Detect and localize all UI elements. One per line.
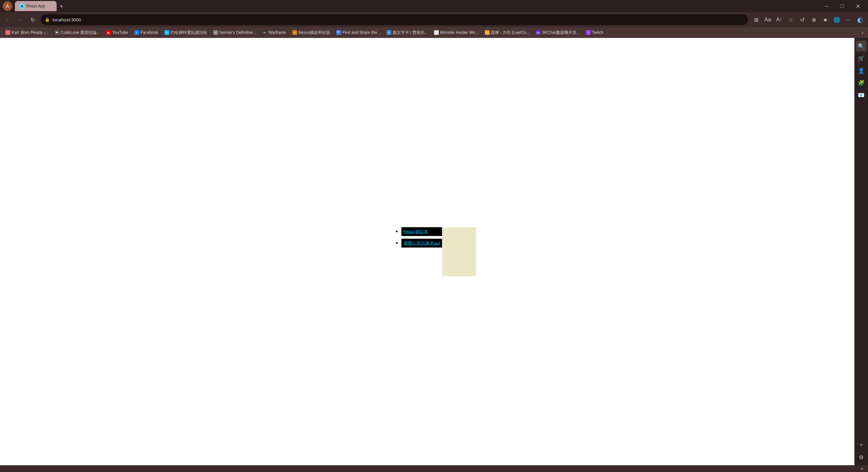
bookmark-facebook[interactable]: f Facebook	[132, 29, 161, 36]
status-settings-button[interactable]: ⚙	[859, 465, 865, 472]
bookmark-label-bahamut: 巴哈姆特電玩資訊站	[171, 30, 207, 36]
bookmark-label-nexus: Nexus模組和社區	[298, 30, 330, 36]
maximize-button[interactable]: □	[835, 1, 850, 11]
browser-wallet-button[interactable]: ⊕	[808, 14, 819, 25]
title-bar: A ⚛ React App × + ─ □ ✕	[0, 0, 868, 12]
star-citizen-link[interactable]: 星際公民玩家名api	[401, 239, 442, 247]
browser-window: A ⚛ React App × + ─ □ ✕ ← → ↻ 🔒 localhos…	[0, 0, 868, 472]
bookmark-label-skchat: SKChat畫面聊天室...	[542, 30, 579, 36]
bookmarks-overflow-button[interactable]: ›	[860, 28, 865, 37]
window-controls: ─ □ ✕	[819, 1, 865, 11]
bookmark-label-facebook: Facebook	[140, 30, 158, 35]
bookmarks-bar: ! Karl: Born Ready -... ❤ CodeLove 愛寫扣論.…	[0, 27, 868, 38]
edge-sidebar: 🔍 🛒 👤 🧩 📧 + ⚙	[854, 38, 868, 465]
sidebar-mail-button[interactable]: 📧	[856, 89, 867, 100]
split-screen-button[interactable]: ⊞	[751, 14, 762, 25]
bookmark-skchat[interactable]: SK SKChat畫面聊天室...	[533, 29, 582, 37]
bookmark-anki[interactable]: A 顏文字卡 | 豐富的...	[384, 29, 431, 37]
reader-button[interactable]: Aa	[762, 14, 773, 25]
bookmark-monster[interactable]: 📄 Monster Hunter Wo...	[431, 29, 481, 36]
react-notebook-link[interactable]: React筆記本	[401, 227, 442, 236]
bookmark-label-youtube: YouTube	[112, 30, 128, 35]
list-item-1: React筆記本	[401, 227, 442, 236]
bookmark-label-warframe: Warframe	[269, 30, 286, 35]
bookmark-favicon-leetcode: LC	[485, 30, 490, 35]
bookmark-favicon-semlar: S	[213, 30, 218, 35]
refresh-button-2[interactable]: ↺	[797, 14, 808, 25]
side-panel	[442, 227, 476, 276]
bookmark-favicon-codelove: ❤	[55, 30, 59, 35]
tab-bar: ⚛ React App × +	[15, 1, 818, 11]
bookmark-favicon-twitch: T	[586, 30, 591, 35]
new-tab-button[interactable]: +	[57, 2, 66, 11]
bookmark-favicon-anki: A	[387, 30, 391, 35]
bookmark-codelove[interactable]: ❤ CodeLove 愛寫扣論...	[52, 29, 103, 37]
sidebar-shop-button[interactable]: 🛒	[856, 53, 867, 64]
list-container: React筆記本 星際公民玩家名api	[395, 227, 476, 276]
status-bar: ⚙	[0, 465, 868, 472]
nav-bar: ← → ↻ 🔒 localhost:3000 ⊞ Aa A↑ ☆ ↺ ⊕ ★ 🌐…	[0, 12, 868, 27]
bookmark-favicon-monster: 📄	[434, 30, 439, 35]
edge-button[interactable]: 🌐	[831, 14, 842, 25]
bookmark-youtube[interactable]: ▶ YouTube	[103, 29, 131, 36]
forward-button[interactable]: →	[15, 14, 26, 25]
content-area: React筆記本 星際公民玩家名api 🔍 🛒 👤 🧩 📧 + ⚙	[0, 38, 868, 465]
close-button[interactable]: ✕	[850, 1, 865, 11]
sidebar-profile-button[interactable]: 👤	[856, 65, 867, 76]
bookmark-favicon-skchat: SK	[536, 30, 540, 35]
sidebar-search-button[interactable]: 🔍	[856, 41, 867, 52]
page-content: React筆記本 星際公民玩家名api	[0, 38, 854, 465]
active-tab[interactable]: ⚛ React App ×	[15, 1, 57, 11]
tab-title: React App	[26, 4, 45, 8]
profile-icon[interactable]: A	[3, 1, 12, 11]
lock-icon: 🔒	[45, 17, 50, 22]
bookmark-favicon-warframe: W	[262, 30, 267, 35]
bookmark-favicon-youtube: ▶	[106, 30, 111, 35]
edge-icon[interactable]: ◐	[854, 14, 865, 25]
bookmark-label-codelove: CodeLove 愛寫扣論...	[61, 30, 100, 36]
minimize-button[interactable]: ─	[819, 1, 834, 11]
bookmark-twitch[interactable]: T Twitch	[583, 29, 606, 36]
tab-favicon: ⚛	[19, 3, 24, 9]
bookmark-bahamut[interactable]: B 巴哈姆特電玩資訊站	[162, 29, 210, 37]
refresh-button[interactable]: ↻	[27, 14, 38, 25]
bookmark-favicon-find: 🔍	[336, 30, 341, 35]
sidebar-extension-button[interactable]: 🧩	[856, 77, 867, 88]
list-item-2: 星際公民玩家名api	[401, 239, 442, 247]
bookmark-favicon-bahamut: B	[164, 30, 169, 35]
bookmark-label-anki: 顏文字卡 | 豐富的...	[393, 30, 428, 36]
sidebar-add-button[interactable]: +	[856, 439, 867, 450]
bookmark-label-monster: Monster Hunter Wo...	[440, 30, 479, 35]
app-container: React筆記本 星際公民玩家名api	[395, 227, 476, 276]
bookmark-leetcode[interactable]: LC 題庫 - 力扣 (LeetCo...	[482, 29, 533, 37]
address-bar[interactable]: 🔒 localhost:3000	[41, 14, 748, 25]
bookmark-favicon-karl: !	[5, 30, 10, 35]
bookmark-label-find: Find and Share the...	[342, 30, 380, 35]
bookmark-label-leetcode: 題庫 - 力扣 (LeetCo...	[491, 30, 530, 36]
more-button[interactable]: ⋯	[843, 14, 854, 25]
bookmark-karl[interactable]: ! Karl: Born Ready -...	[3, 29, 51, 36]
nav-actions: ⊞ Aa A↑ ☆ ↺ ⊕ ★ 🌐 ⋯ ◐	[751, 14, 865, 25]
url-text: localhost:3000	[53, 17, 744, 22]
bookmark-favicon-facebook: f	[134, 30, 139, 35]
nav-list: React筆記本 星際公民玩家名api	[395, 227, 442, 250]
bookmark-label-twitch: Twitch	[592, 30, 604, 35]
bookmark-semlar[interactable]: S Semlar's Definitive...	[211, 29, 259, 36]
immersive-reader-button[interactable]: A↑	[774, 14, 785, 25]
sidebar-settings-button[interactable]: ⚙	[856, 452, 867, 463]
favorites-bar-button[interactable]: ★	[820, 14, 831, 25]
bookmark-nexus[interactable]: N Nexus模組和社區	[290, 29, 333, 37]
bookmark-find[interactable]: 🔍 Find and Share the...	[334, 29, 383, 36]
bookmark-label-semlar: Semlar's Definitive...	[219, 30, 256, 35]
favorites-button[interactable]: ☆	[785, 14, 796, 25]
tab-close-button[interactable]: ×	[47, 3, 53, 9]
bookmark-warframe[interactable]: W Warframe	[260, 29, 289, 36]
bookmark-favicon-nexus: N	[292, 30, 297, 35]
back-button[interactable]: ←	[3, 14, 14, 25]
bookmark-label-karl: Karl: Born Ready -...	[12, 30, 48, 35]
